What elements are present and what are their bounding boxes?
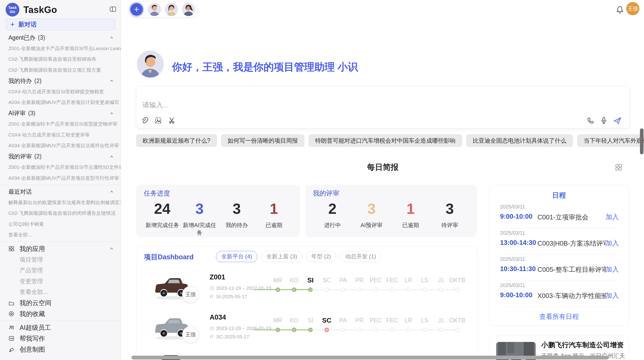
new-chat-button[interactable]: 新对话	[6, 19, 115, 30]
milestone-dot	[439, 328, 443, 332]
microphone-icon[interactable]	[600, 116, 608, 125]
sidebar-section-header[interactable]: Agent已办 (3)	[0, 32, 121, 43]
stat-value: 3	[352, 200, 391, 218]
sidebar-list-item[interactable]: C02-飞腾新能源轻客改款项目立项汇报方案	[0, 65, 121, 76]
project-dates: 2023-12-19 ~ 2026-01-19	[216, 326, 271, 331]
sidebar-list-item[interactable]: A034-全新新能源MUV产品开发项目造型可行性评审	[0, 173, 121, 184]
attachment-icon[interactable]	[140, 116, 149, 125]
milestone-label: LS	[421, 276, 428, 284]
sidebar-list-item[interactable]: A034-全新新能源MUV产品开发项目计划变更表编写	[0, 97, 121, 108]
logo-line1: Task	[8, 6, 17, 10]
event-title: C003|H0B-方案冻结评审	[537, 239, 606, 248]
schedule-entries: 2025/03/11 9:00-10:00 C001-立项审批会 加入 2025…	[489, 202, 629, 307]
sidebar-app-subitem[interactable]: 项目管理	[0, 254, 121, 265]
project-flag-node: SC-2025-05-17	[216, 334, 249, 340]
sidebar-section-header[interactable]: AI评审 (3)	[0, 108, 121, 119]
sidebar-list-item[interactable]: Z001-全新燃油皮卡产品开发项目SI节点Lesson Learn报告	[0, 43, 121, 54]
milestone: J1	[433, 317, 449, 332]
sidebar-section-header[interactable]: 我的评审 (2)	[0, 151, 121, 162]
event-date: 2025/03/11	[500, 256, 525, 262]
screenshot-image-icon[interactable]	[154, 116, 163, 125]
sidebar-item-ai-super-staff[interactable]: AI超级员工	[0, 322, 121, 333]
sidebar-list-item[interactable]: 公司Q3轻卡销量	[0, 219, 121, 230]
join-button[interactable]: 加入	[606, 291, 619, 300]
dashboard-filter-chip[interactable]: 全新上装 (3)	[261, 251, 302, 262]
dashboard-filter-chip[interactable]: 全新平台 (4)	[216, 251, 257, 262]
milestone: LS	[417, 317, 433, 332]
milestone-dot	[292, 328, 296, 332]
sidebar-app-subitem[interactable]: 查看全部...	[0, 287, 121, 297]
milestone: OKTB	[449, 276, 465, 292]
phone-call-icon[interactable]	[587, 116, 595, 125]
milestone-label: PEC	[370, 276, 382, 284]
suggestion-chip[interactable]: 当下年轻人对汽车外观有怎样的喜好趋势	[577, 134, 644, 147]
pen-icon	[8, 346, 14, 352]
sidebar-list-item[interactable]: Z001-全新燃油轻卡产品开发项目SI节点属性5D文件评审	[0, 162, 121, 173]
dashboard-filter-chip[interactable]: 年型 (2)	[306, 251, 336, 262]
sidebar-app-subitem[interactable]: 变更管理	[0, 276, 121, 287]
sidebar-item-my-apps[interactable]: 我的应用	[0, 243, 121, 254]
dashboard-filter-chip[interactable]: 动总开发 (1)	[340, 251, 381, 262]
add-agent-button[interactable]	[130, 3, 143, 16]
milestone-dot	[374, 288, 378, 292]
milestone-dot	[390, 288, 394, 292]
sidebar-app-subitem[interactable]: 产品管理	[0, 265, 121, 276]
sidebar-list-item[interactable]: C02-飞腾新能源轻客改款项目里程碑画布	[0, 54, 121, 65]
chat-input[interactable]	[142, 101, 549, 109]
stat-label: 进行中	[313, 221, 352, 229]
layout-grid-icon[interactable]	[615, 163, 622, 171]
notification-bell-icon[interactable]	[616, 5, 624, 14]
event-title: C001-立项审批会	[537, 213, 606, 222]
schedule-entry: 2025/03/11 9:00-10:00 C001-立项审批会 加入	[489, 202, 629, 228]
sidebar-item-creative-drawing[interactable]: 创意制图	[0, 344, 121, 355]
sidebar-item-favorites[interactable]: 我的收藏	[0, 308, 121, 319]
user-avatar[interactable]: 王强	[626, 2, 639, 15]
send-icon[interactable]	[613, 116, 622, 125]
scissors-icon[interactable]	[168, 116, 177, 125]
suggestion-chip[interactable]: 欧洲新规最近颁布了什么?	[136, 134, 217, 147]
join-button[interactable]: 加入	[606, 239, 619, 248]
recent-chats-header[interactable]: 最近对话	[0, 186, 121, 197]
suggestion-chips: 欧洲新规最近颁布了什么?如何写一份清晰的项目周报特朗普可能对进口汽车增税会对中国…	[136, 134, 630, 147]
milestone: OKTB	[449, 317, 465, 332]
view-all-schedule-link[interactable]: 查看所有日程	[489, 312, 629, 321]
project-row[interactable]: 王强 Z001 2023-12-19 ~ 2027-01-19 SI-2025-…	[136, 270, 477, 310]
flag-icon	[210, 335, 214, 339]
app-title: TaskGo	[23, 5, 57, 15]
stat: 3 我的待办	[218, 200, 255, 237]
sidebar-section-header[interactable]: 我的待办 (2)	[0, 76, 121, 86]
task-progress-title: 任务进度	[144, 189, 292, 197]
suggestion-chip[interactable]: 特朗普可能对进口汽车增税会对中国车企造成哪些影响	[309, 134, 462, 147]
vertical-scrollbar[interactable]	[640, 128, 643, 154]
horizontal-scrollbar[interactable]	[131, 356, 609, 359]
sidebar-item-help-me-write[interactable]: 帮我写作	[0, 333, 121, 344]
sidebar-list-item[interactable]: 查看全部...	[0, 230, 121, 241]
agent-avatar-1[interactable]	[148, 3, 161, 16]
milestone-label: SC	[322, 317, 331, 324]
agent-avatar-3[interactable]	[182, 3, 195, 16]
suggestion-chip[interactable]: 比亚迪全固态电池计划具体说了什么	[466, 134, 573, 147]
ai-super-staff-label: AI超级员工	[20, 323, 51, 332]
stat: 1 已逾期	[255, 200, 292, 237]
project-row[interactable]: 王强 A034 2023-12-19 ~ 2026-01-19 SC-2025-…	[136, 310, 477, 350]
sidebar-list-item[interactable]: A034-全新新能源MUV产品开发项目法规符合性评审	[0, 140, 121, 151]
project-code: A034	[210, 313, 226, 321]
my-apps-label: 我的应用	[20, 245, 45, 253]
sidebar-list-item[interactable]: Z001-全新燃油轻卡产品开发项目SI造型提交物评审	[0, 119, 121, 130]
sidebar-list-item[interactable]: C0X4-动力总成开发项目SI里程碑提交物检查	[0, 86, 121, 97]
milestone-dot	[390, 328, 394, 332]
sidebar-item-cloud-space[interactable]: 我的云空间	[0, 297, 121, 308]
plus-icon	[133, 6, 140, 13]
stat-value: 3	[218, 200, 255, 218]
suggestion-chip[interactable]: 如何写一份清晰的项目周报	[221, 134, 304, 147]
sidebar-list-item[interactable]: C02-飞腾新能源轻客改款项目的闭环通告反馈情况	[0, 208, 121, 219]
sidebar-list-item[interactable]: C0X4-动力总成开发项目工程变更评审	[0, 130, 121, 141]
agent-avatar-2[interactable]	[165, 3, 178, 16]
milestone-dot	[276, 328, 280, 332]
join-button[interactable]: 加入	[606, 213, 619, 221]
recent-chats-title: 最近对话	[8, 188, 32, 196]
sidebar-list-item[interactable]: 解释最新出台的欧盟报废车法规再生塑料比例被调至15%...	[0, 197, 121, 208]
join-button[interactable]: 加入	[606, 265, 619, 274]
project-rows: 王强 Z001 2023-12-19 ~ 2027-01-19 SI-2025-…	[136, 270, 477, 350]
sidebar-collapse-icon[interactable]	[109, 6, 116, 13]
